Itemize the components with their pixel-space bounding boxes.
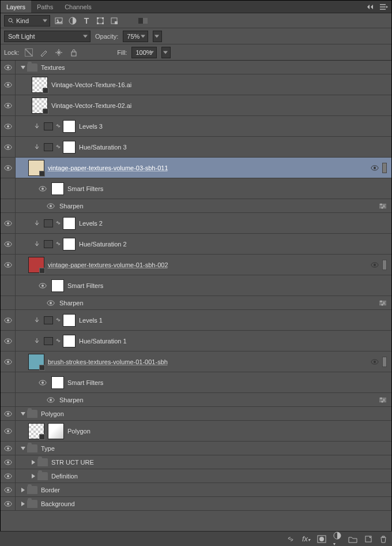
lock-pixels-icon[interactable] bbox=[39, 47, 49, 58]
tab-channels[interactable]: Channels bbox=[59, 1, 97, 13]
filter-name: Sharpen bbox=[59, 397, 84, 403]
link-layers-button[interactable] bbox=[286, 535, 295, 543]
filter-kind-dropdown[interactable]: Kind bbox=[4, 15, 50, 27]
collapse-icon[interactable] bbox=[365, 2, 375, 12]
disclosure-arrow-icon[interactable] bbox=[21, 502, 25, 506]
link-icon bbox=[55, 219, 63, 227]
layer-vpt03[interactable]: vintage-paper-textures-volume-03-sbh-011 bbox=[1, 158, 391, 178]
filter-settings-icon[interactable] bbox=[379, 203, 387, 209]
filter-type-icon[interactable]: T bbox=[81, 16, 92, 26]
layer-huesat2[interactable]: Hue/Saturation 2 bbox=[1, 234, 391, 255]
filter-pixel-icon[interactable] bbox=[54, 16, 64, 26]
visibility-toggle[interactable] bbox=[47, 300, 55, 306]
lock-position-icon[interactable] bbox=[54, 47, 64, 58]
fill-slider-toggle[interactable] bbox=[161, 47, 171, 58]
layer-huesat1[interactable]: Hue/Saturation 1 bbox=[1, 331, 391, 351]
group-border[interactable]: Border bbox=[1, 483, 391, 497]
clip-indicator-icon bbox=[34, 337, 40, 345]
visibility-toggle[interactable] bbox=[1, 469, 16, 483]
filter-mask-thumbnail bbox=[51, 182, 64, 195]
filter-sharpen-row[interactable]: Sharpen bbox=[1, 296, 391, 310]
disclosure-arrow-icon[interactable] bbox=[21, 488, 25, 492]
visibility-toggle[interactable] bbox=[1, 74, 16, 95]
visibility-toggle[interactable] bbox=[1, 421, 16, 441]
disclosure-arrow-icon[interactable] bbox=[21, 66, 25, 69]
layer-levels2[interactable]: Levels 2 bbox=[1, 213, 391, 234]
filter-adjustment-icon[interactable] bbox=[67, 16, 78, 26]
visibility-toggle[interactable] bbox=[1, 407, 16, 420]
disclosure-arrow-icon[interactable] bbox=[21, 412, 25, 416]
disclosure-arrow-icon[interactable] bbox=[32, 474, 35, 478]
layer-levels1[interactable]: Levels 1 bbox=[1, 310, 391, 331]
group-polygon[interactable]: Polygon bbox=[1, 407, 391, 421]
smart-filters-row[interactable]: Smart Filters bbox=[1, 178, 391, 199]
opacity-dropdown[interactable]: 75% bbox=[123, 31, 148, 42]
layer-vvt16[interactable]: Vintage-Vector-Texture-16.ai bbox=[1, 74, 391, 95]
filter-settings-icon[interactable] bbox=[379, 300, 387, 306]
filter-shape-icon[interactable] bbox=[95, 16, 105, 26]
filter-settings-icon[interactable] bbox=[379, 397, 387, 403]
svg-rect-13 bbox=[71, 52, 76, 56]
tab-layers[interactable]: Layers bbox=[1, 1, 31, 13]
layer-vvt02[interactable]: Vintage-Vector-Texture-02.ai bbox=[1, 95, 391, 116]
filter-kind-label: Kind bbox=[16, 17, 29, 24]
new-adjustment-button[interactable]: ▾ bbox=[333, 532, 341, 547]
svg-point-42 bbox=[374, 264, 376, 266]
visibility-toggle[interactable] bbox=[1, 310, 16, 330]
visibility-spacer bbox=[1, 178, 16, 199]
smart-filters-row[interactable]: Smart Filters bbox=[1, 275, 391, 296]
visibility-toggle[interactable] bbox=[39, 186, 47, 192]
new-group-button[interactable] bbox=[348, 535, 357, 543]
layer-style-button[interactable]: fx▾ bbox=[302, 534, 310, 543]
filter-toggle[interactable] bbox=[138, 16, 148, 26]
filter-sharpen-row[interactable]: Sharpen bbox=[1, 393, 391, 407]
new-layer-button[interactable] bbox=[364, 535, 372, 543]
visibility-toggle[interactable] bbox=[1, 213, 16, 233]
visibility-toggle[interactable] bbox=[47, 203, 55, 209]
visibility-toggle[interactable] bbox=[1, 455, 16, 469]
opacity-slider-toggle[interactable] bbox=[153, 31, 162, 42]
visibility-toggle[interactable] bbox=[1, 116, 16, 136]
filter-sharpen-row[interactable]: Sharpen bbox=[1, 199, 391, 213]
disclosure-arrow-icon[interactable] bbox=[21, 447, 25, 450]
delete-layer-button[interactable] bbox=[379, 535, 387, 543]
visibility-toggle[interactable] bbox=[1, 158, 16, 178]
lock-transparency-icon[interactable] bbox=[24, 47, 34, 58]
group-background[interactable]: Background bbox=[1, 497, 391, 511]
visibility-toggle[interactable] bbox=[1, 234, 16, 254]
group-textures[interactable]: Textures bbox=[1, 61, 391, 74]
visibility-toggle[interactable] bbox=[47, 397, 55, 403]
lock-all-icon[interactable] bbox=[69, 47, 79, 58]
visibility-toggle[interactable] bbox=[1, 61, 16, 74]
group-structure[interactable]: STR UCT URE bbox=[1, 455, 391, 469]
tab-paths[interactable]: Paths bbox=[31, 1, 59, 13]
visibility-toggle[interactable] bbox=[1, 442, 16, 455]
visibility-spacer bbox=[1, 199, 16, 212]
filter-smartobject-icon[interactable] bbox=[109, 16, 119, 26]
visibility-toggle[interactable] bbox=[39, 380, 47, 386]
layer-levels3[interactable]: Levels 3 bbox=[1, 116, 391, 137]
visibility-toggle[interactable] bbox=[1, 255, 16, 275]
fill-dropdown[interactable]: 100% bbox=[131, 47, 157, 58]
folder-icon bbox=[37, 472, 48, 480]
visibility-toggle[interactable] bbox=[1, 137, 16, 157]
layer-brush[interactable]: brush-strokes-textures-volume-01-001-sbh bbox=[1, 351, 391, 372]
visibility-toggle[interactable] bbox=[1, 351, 16, 372]
smart-filters-row[interactable]: Smart Filters bbox=[1, 372, 391, 393]
opacity-value: 75% bbox=[127, 33, 140, 40]
layer-vpt01[interactable]: vintage-paper-textures-volume-01-sbh-002 bbox=[1, 255, 391, 275]
disclosure-arrow-icon[interactable] bbox=[32, 460, 35, 465]
add-mask-button[interactable] bbox=[317, 535, 326, 543]
visibility-toggle[interactable] bbox=[39, 283, 47, 289]
panel-menu-icon[interactable] bbox=[379, 2, 389, 12]
layer-polygon[interactable]: Polygon bbox=[1, 421, 391, 442]
layer-huesat3[interactable]: Hue/Saturation 3 bbox=[1, 137, 391, 158]
visibility-toggle[interactable] bbox=[1, 497, 16, 510]
group-type[interactable]: Type bbox=[1, 442, 391, 455]
visibility-toggle[interactable] bbox=[1, 483, 16, 496]
scroll-indicator bbox=[382, 357, 387, 367]
blend-mode-dropdown[interactable]: Soft Light bbox=[4, 31, 91, 42]
visibility-toggle[interactable] bbox=[1, 331, 16, 351]
visibility-toggle[interactable] bbox=[1, 95, 16, 115]
group-definition[interactable]: Definition bbox=[1, 469, 391, 483]
